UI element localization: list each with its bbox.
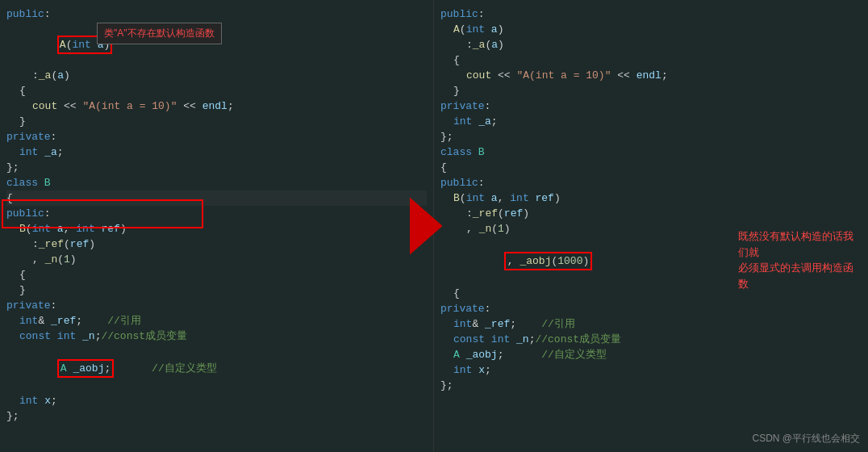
highlight-aobj: A _aobj; bbox=[57, 359, 114, 378]
annotation-text: 既然没有默认构造的话我们就必须显式的去调用构造函数 bbox=[738, 228, 863, 291]
line-15: , _n(1) bbox=[6, 252, 427, 267]
line-19: int& _ref; //引用 bbox=[6, 313, 427, 329]
line-23: }; bbox=[6, 408, 427, 424]
r-line-13: B(int a, int ref) bbox=[440, 190, 862, 206]
right-panel: public: A(int a) :_a(a) { cout << "A(int… bbox=[434, 0, 868, 452]
watermark: CSDN @平行线也会相交 bbox=[752, 432, 860, 446]
svg-marker-0 bbox=[410, 198, 442, 254]
tooltip: 类"A"不存在默认构造函数 bbox=[97, 23, 222, 44]
line-13: B(int a, int ref) bbox=[6, 221, 427, 236]
r-line-6: } bbox=[440, 83, 862, 98]
left-code-block: public: A(int a) 类"A"不存在默认构造函数 :_a(a) { … bbox=[0, 6, 433, 424]
right-code-block: public: A(int a) :_a(a) { cout << "A(int… bbox=[434, 6, 868, 393]
highlight-aobj-right: , _aobj(1000) bbox=[504, 252, 592, 270]
line-14: :_ref(ref) bbox=[6, 236, 427, 252]
line-4: { bbox=[6, 83, 427, 98]
r-line-5: cout << "A(int a = 10)" << endl; bbox=[440, 68, 862, 83]
line-21: A _aobj; //自定义类型 bbox=[6, 344, 427, 393]
line-12: public: bbox=[6, 206, 427, 221]
r-line-3: :_a(a) bbox=[440, 37, 862, 52]
line-20: const int _n;//const成员变量 bbox=[6, 329, 427, 344]
right-arrow-icon bbox=[410, 194, 458, 258]
r-line-20: const int _n;//const成员变量 bbox=[440, 332, 862, 347]
r-line-12: public: bbox=[440, 175, 862, 190]
r-line-8: int _a; bbox=[440, 114, 862, 129]
r-line-19: int& _ref; //引用 bbox=[440, 316, 862, 332]
line-11: { bbox=[6, 190, 427, 206]
r-line-21: A _aobj; //自定义类型 bbox=[440, 347, 862, 362]
arrow-container bbox=[410, 194, 458, 258]
line-5: cout << "A(int a = 10)" << endl; bbox=[6, 98, 427, 114]
r-line-22: int x; bbox=[440, 362, 862, 378]
r-line-1: public: bbox=[440, 6, 862, 22]
left-panel: public: A(int a) 类"A"不存在默认构造函数 :_a(a) { … bbox=[0, 0, 434, 452]
line-22: int x; bbox=[6, 393, 427, 408]
line-10: class B bbox=[6, 175, 427, 190]
line-9: }; bbox=[6, 160, 427, 175]
r-line-9: }; bbox=[440, 129, 862, 144]
line-16: { bbox=[6, 267, 427, 282]
r-line-4: { bbox=[440, 52, 862, 68]
line-18: private: bbox=[6, 298, 427, 313]
r-line-18: private: bbox=[440, 301, 862, 316]
line-6: } bbox=[6, 114, 427, 129]
line-7: private: bbox=[6, 129, 427, 144]
r-line-10: class B bbox=[440, 144, 862, 160]
line-1: public: bbox=[6, 6, 427, 22]
r-line-2: A(int a) bbox=[440, 22, 862, 37]
line-3: :_a(a) bbox=[6, 68, 427, 83]
line-17: } bbox=[6, 282, 427, 298]
line-8: int _a; bbox=[6, 144, 427, 160]
r-line-11: { bbox=[440, 160, 862, 175]
r-line-7: private: bbox=[440, 98, 862, 114]
r-line-14: :_ref(ref) bbox=[440, 206, 862, 221]
r-line-23: }; bbox=[440, 378, 862, 393]
